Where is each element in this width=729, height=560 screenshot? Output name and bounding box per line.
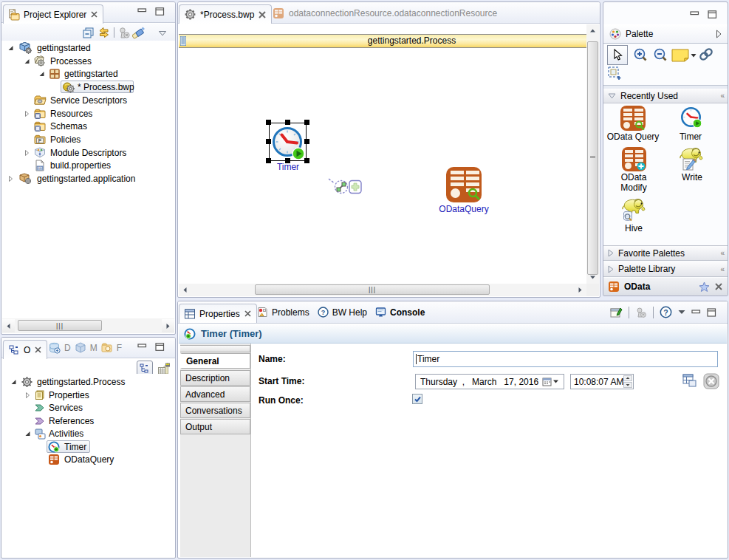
svg-text:010: 010 (37, 166, 43, 170)
svg-text:?: ? (321, 309, 325, 316)
svg-text:P: P (38, 138, 42, 143)
svg-text:?: ? (663, 308, 668, 317)
